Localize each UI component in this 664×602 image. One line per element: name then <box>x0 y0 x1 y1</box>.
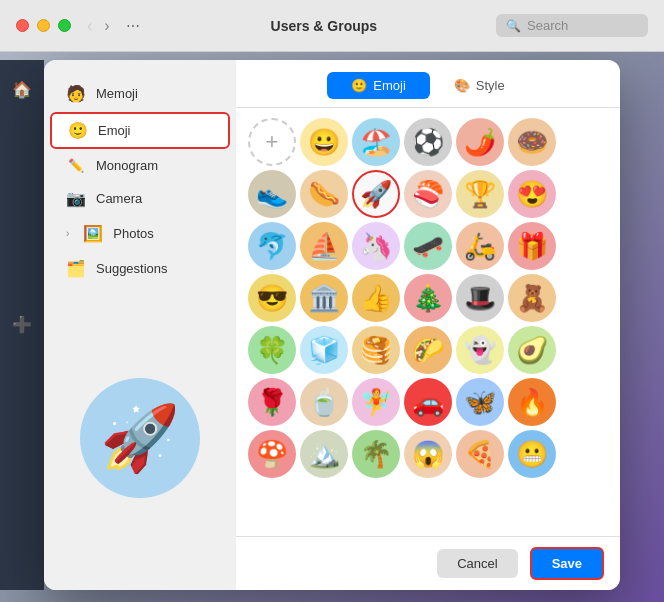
emoji-item[interactable] <box>560 118 608 166</box>
emoji-item[interactable]: 🌶️ <box>456 118 504 166</box>
emoji-item[interactable]: 🏖️ <box>352 118 400 166</box>
emoji-item[interactable]: 🧚 <box>352 378 400 426</box>
bottom-bar: Cancel Save <box>236 536 620 590</box>
emoji-grid: + 😀 🏖️ ⚽ 🌶️ 🍩 👟 🌭 🚀 🍣 🏆 😍 🐬 ⛵ <box>248 118 608 478</box>
emoji-item[interactable]: 🏔️ <box>300 430 348 478</box>
add-icon: + <box>266 129 279 155</box>
monogram-icon: ✏️ <box>66 158 86 173</box>
emoji-item[interactable]: 🎁 <box>508 222 556 270</box>
grid-icon[interactable]: ⋯ <box>126 18 140 34</box>
emoji-item[interactable]: 👟 <box>248 170 296 218</box>
photos-icon: 🖼️ <box>83 224 103 243</box>
tab-style[interactable]: 🎨 Style <box>430 72 529 99</box>
emoji-item[interactable]: 🧸 <box>508 274 556 322</box>
emoji-item[interactable]: 🌴 <box>352 430 400 478</box>
emoji-item[interactable]: 😀 <box>300 118 348 166</box>
emoji-item[interactable]: 🍵 <box>300 378 348 426</box>
emoji-item[interactable] <box>560 274 608 322</box>
forward-arrow-icon[interactable]: › <box>100 15 113 37</box>
sidebar-item-camera-label: Camera <box>96 191 142 206</box>
emoji-item[interactable]: 👍 <box>352 274 400 322</box>
emoji-item[interactable]: 🛹 <box>404 222 452 270</box>
emoji-item[interactable] <box>560 430 608 478</box>
emoji-item[interactable]: 😬 <box>508 430 556 478</box>
emoji-item[interactable]: 🏆 <box>456 170 504 218</box>
emoji-picker-dialog: 🧑 Memoji 🙂 Emoji ✏️ Monogram 📷 Camera › … <box>44 60 620 590</box>
emoji-item[interactable] <box>560 170 608 218</box>
emoji-item[interactable]: 😍 <box>508 170 556 218</box>
photos-expand-icon: › <box>66 228 69 239</box>
emoji-item[interactable] <box>560 326 608 374</box>
avatar-circle: 🚀 <box>80 378 200 498</box>
emoji-item[interactable]: 🥑 <box>508 326 556 374</box>
minimize-button[interactable] <box>37 19 50 32</box>
emoji-grid-area[interactable]: + 😀 🏖️ ⚽ 🌶️ 🍩 👟 🌭 🚀 🍣 🏆 😍 🐬 ⛵ <box>236 108 620 536</box>
content-area: 🙂 Emoji 🎨 Style + 😀 🏖️ ⚽ 🌶️ 🍩 <box>236 60 620 590</box>
sidebar-item-monogram[interactable]: ✏️ Monogram <box>50 151 230 180</box>
sidebar-item-monogram-label: Monogram <box>96 158 158 173</box>
tab-emoji-label: Emoji <box>373 78 406 93</box>
nav-arrows: ‹ › <box>83 15 114 37</box>
emoji-item[interactable]: 🌮 <box>404 326 452 374</box>
emoji-item[interactable]: 🍄 <box>248 430 296 478</box>
memoji-icon: 🧑 <box>66 84 86 103</box>
emoji-item[interactable]: 🐬 <box>248 222 296 270</box>
search-icon: 🔍 <box>506 19 521 33</box>
close-button[interactable] <box>16 19 29 32</box>
sidebar-item-suggestions[interactable]: 🗂️ Suggestions <box>50 252 230 285</box>
emoji-item[interactable]: 🌭 <box>300 170 348 218</box>
sidebar-item-emoji[interactable]: 🙂 Emoji <box>50 112 230 149</box>
emoji-item[interactable]: 🌹 <box>248 378 296 426</box>
tab-emoji[interactable]: 🙂 Emoji <box>327 72 430 99</box>
emoji-item[interactable]: 🔥 <box>508 378 556 426</box>
emoji-item[interactable]: 🍣 <box>404 170 452 218</box>
tab-style-icon: 🎨 <box>454 78 470 93</box>
emoji-item[interactable]: 🎄 <box>404 274 452 322</box>
emoji-item[interactable]: 🚗 <box>404 378 452 426</box>
sidebar-item-photos-label: Photos <box>113 226 153 241</box>
emoji-item[interactable] <box>560 378 608 426</box>
emoji-item[interactable]: 🏛️ <box>300 274 348 322</box>
emoji-item[interactable]: ⛵ <box>300 222 348 270</box>
emoji-item[interactable]: 🦋 <box>456 378 504 426</box>
cancel-button[interactable]: Cancel <box>437 549 517 578</box>
sidebar-item-suggestions-label: Suggestions <box>96 261 168 276</box>
back-arrow-icon[interactable]: ‹ <box>83 15 96 37</box>
emoji-item[interactable]: 😱 <box>404 430 452 478</box>
sidebar-item-memoji[interactable]: 🧑 Memoji <box>50 77 230 110</box>
sidebar-item-memoji-label: Memoji <box>96 86 138 101</box>
sidebar-item-camera[interactable]: 📷 Camera <box>50 182 230 215</box>
emoji-item[interactable]: 🥞 <box>352 326 400 374</box>
avatar-preview: 🚀 <box>44 286 236 590</box>
traffic-lights <box>16 19 71 32</box>
save-button[interactable]: Save <box>530 547 604 580</box>
tab-emoji-icon: 🙂 <box>351 78 367 93</box>
emoji-item-selected[interactable]: 🚀 <box>352 170 400 218</box>
emoji-item[interactable]: ⚽ <box>404 118 452 166</box>
sidebar-item-photos[interactable]: › 🖼️ Photos <box>50 217 230 250</box>
sidebar-item-emoji-label: Emoji <box>98 123 131 138</box>
emoji-item[interactable]: 🧊 <box>300 326 348 374</box>
emoji-item[interactable]: 🛵 <box>456 222 504 270</box>
suggestions-icon: 🗂️ <box>66 259 86 278</box>
emoji-item[interactable]: 🎩 <box>456 274 504 322</box>
emoji-item[interactable]: 🍩 <box>508 118 556 166</box>
title-bar: ‹ › ⋯ Users & Groups 🔍 Search <box>0 0 664 52</box>
emoji-icon: 🙂 <box>68 121 88 140</box>
search-bar[interactable]: 🔍 Search <box>496 14 648 37</box>
emoji-item[interactable]: 🍀 <box>248 326 296 374</box>
emoji-item[interactable]: 🍕 <box>456 430 504 478</box>
camera-icon: 📷 <box>66 189 86 208</box>
maximize-button[interactable] <box>58 19 71 32</box>
sidebar: 🧑 Memoji 🙂 Emoji ✏️ Monogram 📷 Camera › … <box>44 60 236 590</box>
window-title: Users & Groups <box>152 18 496 34</box>
emoji-item[interactable]: 🦄 <box>352 222 400 270</box>
tab-style-label: Style <box>476 78 505 93</box>
add-emoji-button[interactable]: + <box>248 118 296 166</box>
emoji-item[interactable] <box>560 222 608 270</box>
emoji-item[interactable]: 😎 <box>248 274 296 322</box>
preview-emoji: 🚀 <box>100 401 180 476</box>
emoji-item[interactable]: 👻 <box>456 326 504 374</box>
search-input[interactable]: Search <box>527 18 568 33</box>
tabs-bar: 🙂 Emoji 🎨 Style <box>236 60 620 108</box>
